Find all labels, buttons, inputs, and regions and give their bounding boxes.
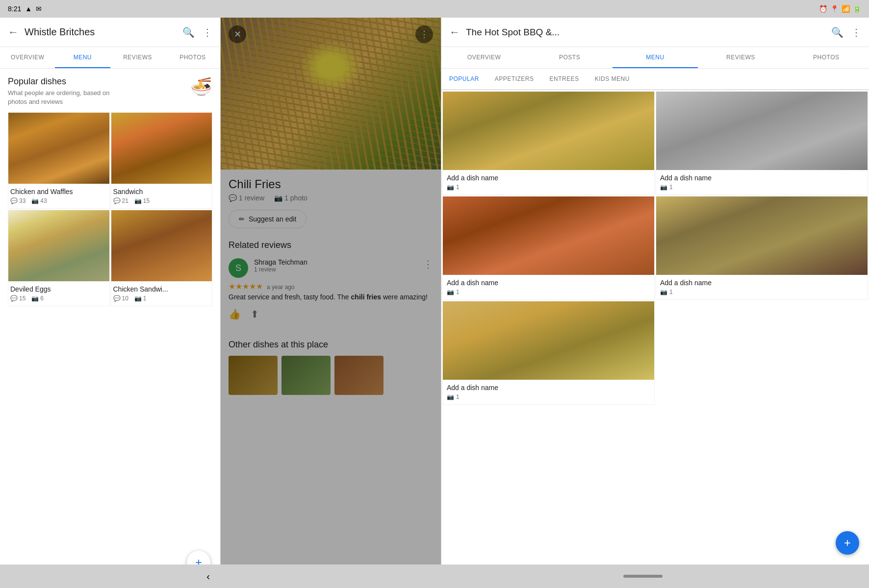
review-count: 💬 33 — [10, 197, 26, 204]
menu-item[interactable]: Add a dish name 📷 1 — [442, 196, 655, 300]
other-dish-thumb[interactable] — [281, 356, 331, 395]
menu-item-count: 📷 1 — [447, 289, 650, 295]
panel1-content: Popular dishes What people are ordering,… — [0, 69, 220, 564]
back-button-p3[interactable]: ← — [449, 26, 460, 39]
dish-name: Sandwich — [113, 188, 210, 196]
dish-image — [111, 210, 212, 281]
camera-icon: 📷 — [660, 289, 667, 295]
menu-item[interactable]: Add a dish name 📷 1 — [656, 91, 868, 195]
panel-hot-spot-bbq: ← The Hot Spot BBQ &... 🔍 ⋮ OVERVIEW POS… — [441, 18, 869, 564]
share-button[interactable]: ⬆ — [251, 308, 259, 320]
tab-menu-p3[interactable]: MENU — [613, 47, 698, 68]
search-icon-p3[interactable]: 🔍 — [831, 26, 843, 38]
dish-name: Chicken and Waffles — [10, 188, 107, 196]
review-count: 💬 10 — [113, 295, 128, 302]
menu-item[interactable]: Add a dish name 📷 1 — [442, 301, 655, 405]
status-bar: 8:21 ▲ ✉ ⏰ 📍 📶 🔋 — [0, 0, 869, 18]
tab-overview-p3[interactable]: OVERVIEW — [441, 47, 527, 68]
menu-item-count: 📷 1 — [447, 184, 650, 191]
photo-count: 📷 43 — [31, 197, 47, 204]
back-button[interactable]: ← — [8, 26, 19, 39]
stars-row: ★★★★★ a year ago — [229, 282, 433, 292]
tab-posts-p3[interactable]: POSTS — [527, 47, 612, 68]
menu-item-count: 📷 1 — [660, 184, 864, 191]
menu-item-image — [656, 196, 868, 275]
camera-icon: 📷 — [660, 184, 667, 191]
camera-icon: 📷 — [31, 197, 39, 204]
egg-visual — [302, 42, 360, 91]
menu-item-image — [443, 196, 654, 275]
menu-item-image — [443, 92, 654, 170]
tab-reviews-p3[interactable]: REVIEWS — [698, 47, 783, 68]
reviewer-name: Shraga Teichman — [254, 258, 417, 266]
back-nav-button[interactable]: ‹ — [206, 571, 210, 582]
tab-reviews[interactable]: REVIEWS — [110, 47, 165, 68]
review-text: Great service and fresh, tasty food. The… — [229, 292, 433, 302]
menu-item-name: Add a dish name — [660, 174, 864, 182]
wifi-icon: 📶 — [842, 5, 850, 13]
more-options-button[interactable]: ⋮ — [415, 25, 433, 43]
clock-icon: ⏰ — [819, 5, 827, 13]
review-count: 💬 21 — [113, 197, 128, 204]
suggest-edit-button[interactable]: ✏ Suggest an edit — [229, 210, 307, 228]
sub-tab-kids-menu[interactable]: KIDS MENU — [587, 69, 638, 90]
dish-image — [111, 113, 212, 184]
dish-card[interactable]: Deviled Eggs 💬 15 📷 6 — [8, 210, 110, 306]
camera-icon: 📷 — [447, 184, 454, 191]
thumbs-up-button[interactable]: 👍 — [229, 308, 241, 320]
sub-tab-popular[interactable]: POPULAR — [441, 69, 487, 90]
panel2-content: Chili Fries 💬 1 review 📷 1 photo ✏ Sugge… — [221, 170, 441, 564]
dish-hero-image: ✕ ⋮ — [221, 18, 441, 170]
menu-grid: Add a dish name 📷 1 Add a dish name 📷 1 — [441, 90, 869, 406]
dish-name: Deviled Eggs — [10, 285, 107, 293]
fab-add-dish[interactable]: + — [836, 531, 859, 555]
other-dish-thumb[interactable] — [334, 356, 383, 395]
home-pill[interactable] — [623, 575, 663, 578]
popular-title: Popular dishes — [8, 76, 109, 87]
popular-subtitle: What people are ordering, based onphotos… — [8, 89, 109, 106]
related-reviews-title: Related reviews — [229, 240, 433, 250]
tab-bar: OVERVIEW MENU REVIEWS PHOTOS — [0, 47, 220, 69]
review-time: a year ago — [267, 284, 295, 291]
panel1-header: ← Whistle Britches 🔍 ⋮ — [0, 18, 220, 47]
menu-item-count: 📷 1 — [660, 289, 864, 295]
page-title-p3: The Hot Spot BBQ &... — [466, 27, 825, 38]
camera-icon: 📷 — [134, 197, 142, 204]
review-actions: 👍 ⬆ — [229, 308, 433, 320]
time-display: 8:21 — [8, 5, 21, 13]
review-card: S Shraga Teichman 1 review ⋮ ★★★★★ a yea… — [229, 258, 433, 328]
reviewer-info: Shraga Teichman 1 review — [254, 258, 417, 273]
tab-overview[interactable]: OVERVIEW — [0, 47, 55, 68]
other-dish-thumb[interactable] — [229, 356, 278, 395]
dish-card[interactable]: Chicken Sandwi... 💬 10 📷 1 — [111, 210, 213, 306]
more-icon[interactable]: ⋮ — [203, 26, 212, 38]
menu-item[interactable]: Add a dish name 📷 1 — [656, 196, 868, 300]
chat-icon: 💬 — [10, 197, 18, 204]
chat-icon: 💬 — [113, 295, 121, 302]
review-more-button[interactable]: ⋮ — [423, 258, 433, 270]
menu-item-image — [656, 92, 868, 170]
dish-card[interactable]: Sandwich 💬 21 📷 15 — [111, 112, 213, 209]
reviewer-avatar: S — [229, 258, 248, 278]
more-icon-p3[interactable]: ⋮ — [851, 26, 861, 38]
review-count: 💬 15 — [10, 295, 26, 302]
tab-menu[interactable]: MENU — [55, 47, 110, 68]
camera-icon: 📷 — [31, 295, 39, 302]
camera-icon: 📷 — [274, 194, 282, 202]
sub-tab-appetizers[interactable]: APPETIZERS — [487, 69, 542, 90]
tab-bar-p3: OVERVIEW POSTS MENU REVIEWS PHOTOS — [441, 47, 869, 69]
dish-image — [8, 113, 109, 184]
chat-icon: 💬 — [229, 194, 237, 202]
battery-icon: 🔋 — [853, 5, 861, 13]
other-dishes-row — [229, 356, 433, 395]
notification-icon: ✉ — [36, 5, 42, 13]
search-icon[interactable]: 🔍 — [182, 26, 195, 38]
menu-item[interactable]: Add a dish name 📷 1 — [442, 91, 655, 195]
signal-icon: ▲ — [25, 5, 32, 13]
tab-photos[interactable]: PHOTOS — [165, 47, 220, 68]
sub-tab-entrees[interactable]: ENTREES — [542, 69, 587, 90]
close-button[interactable]: ✕ — [229, 25, 246, 43]
pencil-icon: ✏ — [239, 215, 245, 223]
tab-photos-p3[interactable]: PHOTOS — [784, 47, 869, 68]
dish-card[interactable]: Chicken and Waffles 💬 33 📷 43 — [8, 112, 110, 209]
